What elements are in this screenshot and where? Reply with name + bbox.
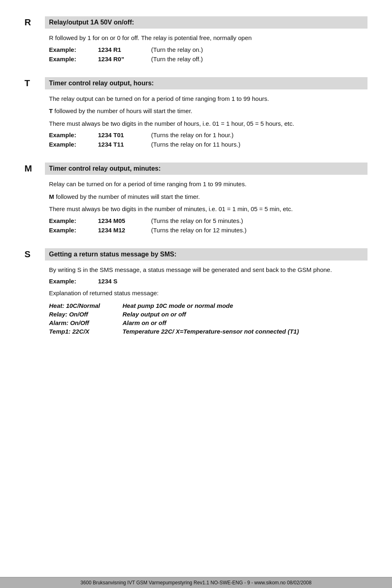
section-M-para-0: Relay can be turned on for a period of t… [49,180,363,189]
section-R-body: R followed by 1 for on or 0 for off. The… [45,33,368,62]
section-T: T Timer control relay output, hours: The… [24,77,368,151]
status-row-1: Relay: On/Off Relay output on or off [49,311,363,318]
letter-S: S [24,248,45,336]
status-val-2: Alarm on or off [122,319,363,326]
example-code: 1234 M05 [98,217,151,224]
letter-M: M [24,163,45,236]
status-key-3: Temp1: 22C/X [49,328,122,335]
status-table: Heat: 10C/Normal Heat pump 10C mode or n… [49,302,363,335]
status-row-3: Temp1: 22C/X Temperature 22C/ X=Temperat… [49,328,363,335]
example-code: 1234 M12 [98,227,151,234]
status-row-2: Alarm: On/Off Alarm on or off [49,319,363,326]
section-S-header: Getting a return status message by SMS: [45,248,368,261]
example-label: Example: [49,131,98,138]
section-T-example-1: Example: 1234 T11 (Turns the relay on fo… [49,141,363,148]
section-R-content: Relay/output 1A 50V on/off: R followed b… [45,16,368,65]
example-desc: (Turn the relay off.) [151,56,363,62]
section-M-header: Timer control relay output, minutes: [45,163,368,175]
example-desc: (Turn the relay on.) [151,46,363,53]
section-S-para-0: By writing S in the SMS message, a statu… [49,265,363,275]
section-T-para-0: The relay output can be turned on for a … [49,94,363,104]
section-S-example-0: Example: 1234 S [49,278,363,285]
section-R-header: Relay/output 1A 50V on/off: [45,16,368,29]
section-M-body: Relay can be turned on for a period of t… [45,180,368,234]
section-S-content: Getting a return status message by SMS: … [45,248,368,336]
section-T-example-0: Example: 1234 T01 (Turns the relay on fo… [49,131,363,138]
main-page: R Relay/output 1A 50V on/off: R followed… [0,0,392,577]
example-desc: (Turns the relay on for 1 hour.) [151,131,363,138]
section-S-body: By writing S in the SMS message, a statu… [45,265,368,335]
section-R-example-0: Example: 1234 R1 (Turn the relay on.) [49,46,363,53]
section-R-para-0: R followed by 1 for on or 0 for off. The… [49,33,363,43]
footer-text: 3600 Bruksanvisning IVT GSM Varmepumpest… [80,580,312,586]
section-R-example-1: Example: 1234 R0” (Turn the relay off.) [49,56,363,62]
example-desc: (Turns the relay on for 11 hours.) [151,141,363,148]
letter-R: R [24,16,45,65]
section-T-content: Timer control relay output, hours: The r… [45,77,368,151]
example-code: 1234 S [98,278,151,285]
section-T-para-2: There must always be two digits in the n… [49,119,363,129]
section-R: R Relay/output 1A 50V on/off: R followed… [24,16,368,65]
section-M-para-1: M followed by the number of minutes will… [49,192,363,202]
example-code: 1234 T11 [98,141,151,148]
section-S: S Getting a return status message by SMS… [24,248,368,336]
example-desc: (Turns the relay on for 5 minutes.) [151,217,363,224]
section-T-para-1: T followed by the number of hours will s… [49,107,363,116]
section-M-para-2: There must always be two digits in the n… [49,205,363,214]
status-key-1: Relay: On/Off [49,311,122,318]
footer: 3600 Bruksanvisning IVT GSM Varmepumpest… [0,577,392,588]
example-code: 1234 R0” [98,56,151,62]
status-row-0: Heat: 10C/Normal Heat pump 10C mode or n… [49,302,363,309]
status-val-0: Heat pump 10C mode or normal mode [122,302,363,309]
example-label: Example: [49,141,98,148]
example-label: Example: [49,46,98,53]
example-label: Example: [49,278,98,285]
section-T-body: The relay output can be turned on for a … [45,94,368,148]
section-M-content: Timer control relay output, minutes: Rel… [45,163,368,236]
status-val-1: Relay output on or off [122,311,363,318]
example-label: Example: [49,56,98,62]
example-desc: (Turns the relay on for 12 minutes.) [151,227,363,234]
example-code: 1234 T01 [98,131,151,138]
section-M-example-0: Example: 1234 M05 (Turns the relay on fo… [49,217,363,224]
status-key-0: Heat: 10C/Normal [49,302,122,309]
status-val-3: Temperature 22C/ X=Temperature-sensor no… [122,328,363,335]
section-T-header: Timer control relay output, hours: [45,77,368,89]
example-label: Example: [49,217,98,224]
example-label: Example: [49,227,98,234]
section-S-extra-heading: Explanation of returned status message: [49,289,363,298]
letter-T: T [24,77,45,151]
section-M: M Timer control relay output, minutes: R… [24,163,368,236]
example-code: 1234 R1 [98,46,151,53]
section-M-example-1: Example: 1234 M12 (Turns the relay on fo… [49,227,363,234]
status-key-2: Alarm: On/Off [49,319,122,326]
